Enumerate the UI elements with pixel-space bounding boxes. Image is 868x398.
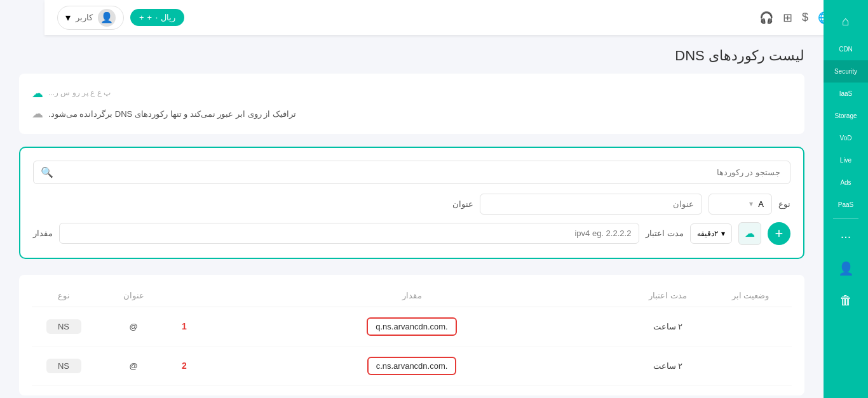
- value-row: + ☁ ▾ ۲دقیقه مدت اعتبار مقدار: [33, 222, 790, 245]
- search-wrapper: 🔍: [33, 161, 790, 184]
- dropdown-arrow-icon: ▾: [65, 11, 71, 23]
- sidebar-item-ads[interactable]: Ads: [824, 171, 868, 194]
- paas-label: PaaS: [838, 201, 853, 208]
- sidebar-item-live[interactable]: Live: [824, 149, 868, 171]
- sidebar-item-user[interactable]: 👤: [824, 253, 868, 286]
- type-title-row: نوع A ▾ عنوان: [33, 194, 790, 215]
- home-icon: ⌂: [842, 14, 850, 29]
- table-header: وضعیت ابر مدت اعتبار مقدار عنوان نوع: [32, 284, 792, 307]
- info-row-1: پ ع ع پر رو س ر... ☁: [32, 83, 111, 103]
- form-card: 🔍 نوع A ▾ عنوان + ☁ ▾ ۲دقیقه مدت اعتبار: [19, 147, 804, 259]
- live-label: Live: [840, 157, 851, 164]
- vod-label: VoD: [840, 135, 852, 142]
- ttl-select[interactable]: ▾ ۲دقیقه: [690, 223, 732, 244]
- dns-records-table: وضعیت ابر مدت اعتبار مقدار عنوان نوع ۲ س…: [19, 275, 804, 395]
- search-input[interactable]: [33, 161, 790, 184]
- row1-ttl: ۲ ساعت: [627, 322, 709, 331]
- add-balance-button[interactable]: + + ریال ۰: [130, 9, 184, 26]
- sidebar-item-cdn[interactable]: CDN: [824, 38, 868, 60]
- chevron-ttl-icon: ▾: [721, 229, 725, 238]
- value-input[interactable]: [59, 223, 639, 244]
- sidebar-item-paas[interactable]: PaaS: [824, 194, 868, 216]
- page-title: لیست رکوردهای DNS: [19, 48, 804, 64]
- user-section[interactable]: ▾ کاربر 👤: [57, 6, 124, 30]
- username-text: کاربر: [76, 13, 93, 22]
- row1-num: 1: [172, 321, 197, 331]
- row2-type-badge: NS: [46, 359, 81, 373]
- row1-type: NS: [32, 319, 95, 334]
- cdn-label: CDN: [839, 46, 853, 53]
- row2-ttl: ۲ ساعت: [627, 361, 709, 371]
- row1-type-badge: NS: [46, 319, 81, 334]
- table-row: ۲ ساعت q.ns.arvancdn.com. 1 @ NS: [32, 307, 792, 347]
- chevron-down-icon: ▾: [749, 199, 753, 208]
- iaas-label: IaaS: [839, 90, 853, 97]
- search-row: 🔍: [33, 161, 790, 184]
- row1-ttl-value: ۲ ساعت: [653, 322, 683, 331]
- sidebar-item-security[interactable]: Security: [824, 60, 868, 83]
- info-box: پ ع ع پر رو س ر... ☁ ترافیک از روی ابر ع…: [19, 74, 804, 134]
- storage-label: Storage: [834, 112, 857, 119]
- ads-label: Ads: [840, 179, 851, 186]
- ttl-value: ۲دقیقه: [697, 229, 718, 238]
- type-select[interactable]: A ▾: [709, 194, 772, 215]
- balance-label: + ریال ۰: [147, 13, 176, 22]
- more-icon: ···: [841, 229, 851, 244]
- plus-icon: +: [139, 13, 144, 22]
- value-label: مقدار: [33, 229, 53, 238]
- sidebar-divider: [833, 218, 858, 219]
- cloud-proxy-icon: ☁: [745, 227, 755, 239]
- row2-ttl-value: ۲ ساعت: [653, 361, 683, 371]
- security-label: Security: [834, 68, 857, 75]
- user-silhouette-icon: 👤: [100, 11, 113, 23]
- billing-icon[interactable]: $: [802, 11, 808, 24]
- sidebar-item-trash[interactable]: 🗑: [824, 286, 868, 317]
- info-text-2: ترافیک از روی ابر عبور نمی‌کند و تنها رک…: [48, 107, 296, 121]
- teal-cloud-icon: ☁: [32, 83, 43, 103]
- sidebar-item-iaas[interactable]: IaaS: [824, 83, 868, 105]
- add-record-button[interactable]: +: [768, 222, 790, 245]
- proxy-toggle-button[interactable]: ☁: [738, 222, 761, 245]
- type-label: نوع: [778, 199, 790, 209]
- row1-value: q.ns.arvancdn.com.: [197, 317, 627, 336]
- ttl-label: مدت اعتبار: [646, 229, 684, 238]
- table-row: ۲ ساعت c.ns.arvancdn.com. 2 @ NS: [32, 347, 792, 386]
- info-row-2: ترافیک از روی ابر عبور نمی‌کند و تنها رک…: [32, 103, 296, 124]
- row2-num: 2: [172, 361, 197, 371]
- avatar: 👤: [98, 9, 116, 27]
- header-title: عنوان: [95, 291, 172, 300]
- info-text-1: پ ع ع پر رو س ر...: [48, 86, 111, 100]
- headset-icon[interactable]: 🎧: [759, 11, 773, 25]
- row1-value-text: q.ns.arvancdn.com.: [367, 317, 456, 336]
- row2-value: c.ns.arvancdn.com.: [197, 357, 627, 375]
- topbar: ▾ کاربر 👤 + + ریال ۰ 🎧 ⊞ $ 🌐 🔔: [44, 0, 868, 35]
- calculator-icon[interactable]: ⊞: [783, 11, 792, 25]
- sidebar-item-vod[interactable]: VoD: [824, 127, 868, 149]
- row2-value-text: c.ns.arvancdn.com.: [367, 357, 457, 375]
- sidebar-item-home[interactable]: ⌂: [824, 6, 868, 38]
- header-type: نوع: [32, 291, 95, 300]
- row2-number: 2: [182, 361, 187, 371]
- row1-number: 1: [182, 321, 187, 331]
- sidebar-item-more[interactable]: ···: [824, 222, 868, 253]
- title-input[interactable]: [480, 194, 702, 215]
- type-value: A: [758, 199, 764, 209]
- user-profile-icon: 👤: [838, 261, 854, 276]
- sidebar-item-storage[interactable]: Storage: [824, 105, 868, 127]
- search-icon: 🔍: [41, 166, 53, 178]
- topbar-left: ▾ کاربر 👤 + + ریال ۰: [57, 6, 184, 30]
- main-content: لیست رکوردهای DNS پ ع ع پر رو س ر... ☁ ت…: [0, 35, 824, 398]
- row2-type: NS: [32, 359, 95, 373]
- trash-icon: 🗑: [839, 293, 852, 308]
- row1-title: @: [95, 322, 172, 331]
- title-label: عنوان: [452, 199, 473, 209]
- header-value: مقدار: [197, 291, 627, 300]
- header-ttl: مدت اعتبار: [627, 291, 709, 300]
- header-status: وضعیت ابر: [709, 291, 792, 300]
- grey-cloud-icon: ☁: [32, 103, 43, 124]
- sidebar: ⌂ CDN Security IaaS Storage VoD Live Ads…: [824, 0, 868, 398]
- row2-title: @: [95, 361, 172, 371]
